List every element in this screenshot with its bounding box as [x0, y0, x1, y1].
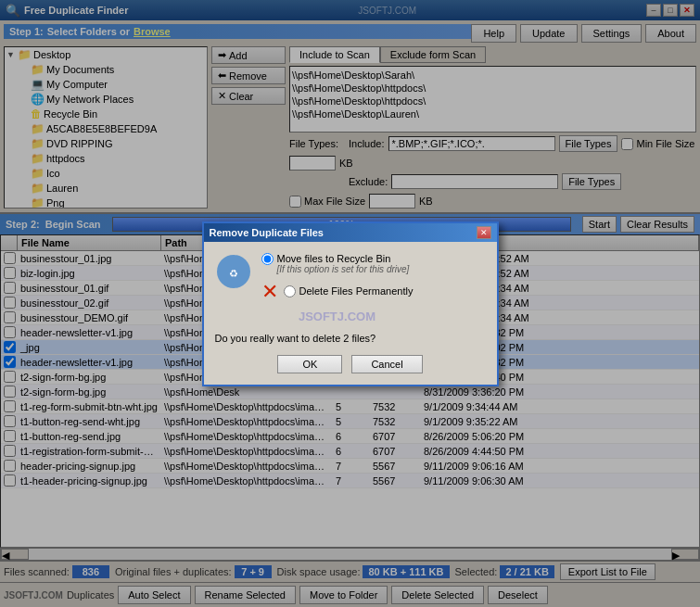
move-to-recycle-radio[interactable] [261, 253, 274, 265]
delete-permanently-radio[interactable] [284, 285, 296, 297]
option1-subtext: [If this option is set for this drive] [277, 264, 410, 274]
remove-duplicate-dialog: Remove Duplicate Files ✕ ♻ Move files to… [202, 221, 499, 386]
move-to-recycle-option[interactable]: Move files to Recycle Bin [If this optio… [261, 253, 414, 274]
delete-permanently-option[interactable]: Delete Files Permanently [284, 285, 414, 297]
modal-close-btn[interactable]: ✕ [477, 226, 491, 239]
modal-question: Do you really want to delete 2 files? [215, 333, 486, 344]
modal-icon-row: ♻ Move files to Recycle Bin [If this opt… [215, 253, 486, 323]
modal-ok-button[interactable]: OK [277, 355, 342, 373]
delete-permanently-icon: ✕ [261, 280, 278, 304]
option2-text: Delete Files Permanently [299, 285, 414, 297]
modal-overlay[interactable]: Remove Duplicate Files ✕ ♻ Move files to… [0, 0, 700, 607]
recycle-icon: ♻ [215, 253, 252, 290]
watermark-row: ✕ Delete Files Permanently [261, 280, 414, 304]
modal-content: ♻ Move files to Recycle Bin [If this opt… [204, 242, 497, 385]
modal-title: Remove Duplicate Files [210, 227, 325, 238]
option1-text: Move files to Recycle Bin [277, 253, 410, 264]
modal-cancel-button[interactable]: Cancel [351, 355, 422, 373]
modal-title-bar: Remove Duplicate Files ✕ [204, 223, 497, 242]
svg-text:♻: ♻ [229, 268, 238, 279]
modal-watermark: JSOFTJ.COM [261, 310, 414, 323]
modal-buttons: OK Cancel [215, 355, 486, 373]
radio-options: Move files to Recycle Bin [If this optio… [261, 253, 414, 323]
